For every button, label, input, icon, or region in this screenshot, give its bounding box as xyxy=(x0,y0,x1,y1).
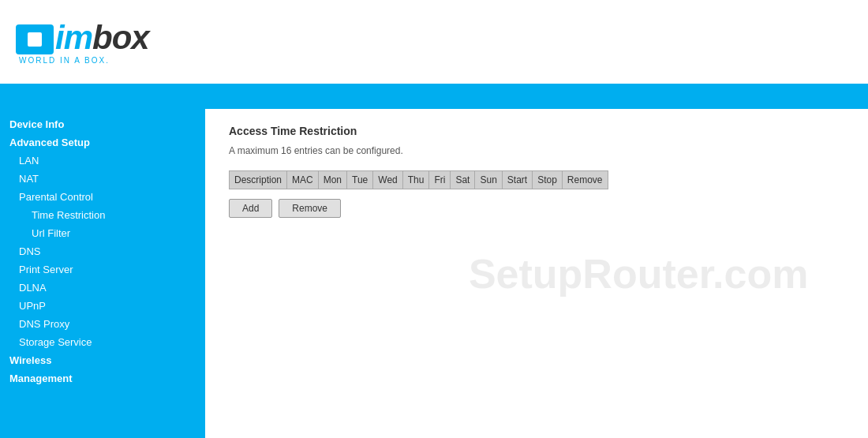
page-title: Access Time Restriction xyxy=(229,125,844,137)
col-header-fri: Fri xyxy=(429,171,451,189)
sidebar-item-time-restriction[interactable]: Time Restriction xyxy=(0,206,205,224)
blue-banner xyxy=(0,87,868,109)
svg-rect-1 xyxy=(28,32,42,47)
col-header-start: Start xyxy=(502,171,532,189)
sidebar-item-parental-control[interactable]: Parental Control xyxy=(0,188,205,206)
remove-button[interactable]: Remove xyxy=(279,199,341,218)
watermark: SetupRouter.com xyxy=(469,250,809,298)
sidebar-item-storage-service[interactable]: Storage Service xyxy=(0,333,205,351)
content-area: SetupRouter.com Access Time Restriction … xyxy=(205,109,868,438)
col-header-sat: Sat xyxy=(451,171,475,189)
sidebar-item-lan[interactable]: LAN xyxy=(0,152,205,170)
logo-im: imbox xyxy=(55,21,149,54)
logo: imbox WORLD IN A BOX. xyxy=(16,21,149,65)
col-header-remove: Remove xyxy=(562,171,608,189)
sidebar: Device InfoAdvanced SetupLANNATParental … xyxy=(0,109,205,438)
logo-icon-box xyxy=(16,21,54,54)
sidebar-item-print-server[interactable]: Print Server xyxy=(0,260,205,279)
col-header-sun: Sun xyxy=(475,171,502,189)
header: imbox WORLD IN A BOX. xyxy=(0,0,868,87)
content-inner: Access Time Restriction A maximum 16 ent… xyxy=(229,125,844,218)
sidebar-item-nat[interactable]: NAT xyxy=(0,170,205,188)
sidebar-item-advanced-setup[interactable]: Advanced Setup xyxy=(0,133,205,152)
col-header-description: Description xyxy=(230,171,287,189)
col-header-wed: Wed xyxy=(373,171,402,189)
sidebar-item-upnp[interactable]: UPnP xyxy=(0,297,205,315)
col-header-stop: Stop xyxy=(533,171,563,189)
sidebar-item-device-info[interactable]: Device Info xyxy=(0,115,205,133)
page-description: A maximum 16 entries can be configured. xyxy=(229,145,844,156)
logo-text: imbox xyxy=(16,21,149,54)
button-row: Add Remove xyxy=(229,199,844,218)
col-header-mac: MAC xyxy=(287,171,319,189)
restriction-table: DescriptionMACMonTueWedThuFriSatSunStart… xyxy=(229,170,608,189)
add-button[interactable]: Add xyxy=(229,199,272,218)
sidebar-item-dns[interactable]: DNS xyxy=(0,242,205,260)
logo-subtitle: WORLD IN A BOX. xyxy=(19,56,110,65)
col-header-tue: Tue xyxy=(347,171,373,189)
sidebar-item-dns-proxy[interactable]: DNS Proxy xyxy=(0,315,205,333)
sidebar-item-wireless[interactable]: Wireless xyxy=(0,351,205,369)
col-header-thu: Thu xyxy=(402,171,429,189)
sidebar-item-url-filter[interactable]: Url Filter xyxy=(0,224,205,242)
main-layout: Device InfoAdvanced SetupLANNATParental … xyxy=(0,109,868,438)
sidebar-item-management[interactable]: Management xyxy=(0,369,205,387)
sidebar-item-dlna[interactable]: DLNA xyxy=(0,279,205,297)
col-header-mon: Mon xyxy=(318,171,346,189)
table-header-row: DescriptionMACMonTueWedThuFriSatSunStart… xyxy=(230,171,608,189)
